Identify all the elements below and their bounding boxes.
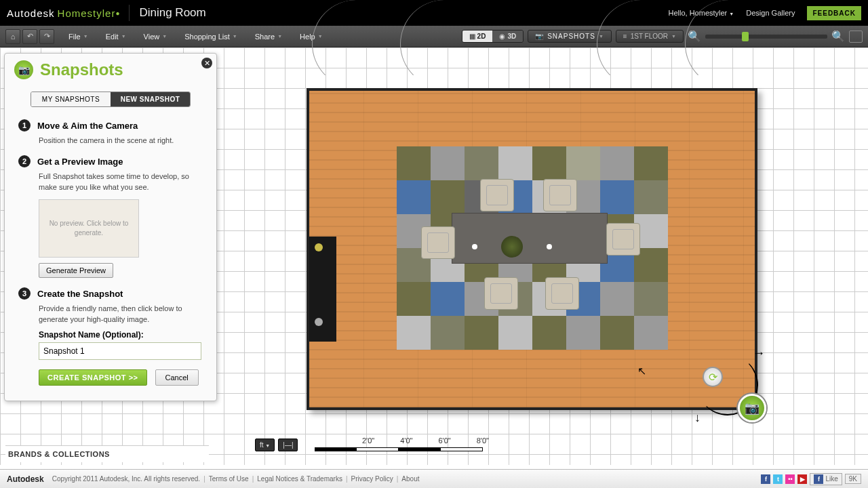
menu-file[interactable]: File ▼ — [63, 33, 94, 41]
candle-icon — [547, 244, 552, 249]
menu-share[interactable]: Share ▼ — [250, 33, 288, 41]
footer-link-about[interactable]: About — [401, 475, 419, 483]
step-desc: Provide a friendly name, then click belo… — [39, 304, 203, 325]
footer-link-privacy[interactable]: Privacy Policy — [351, 475, 393, 483]
menu-shopping-list[interactable]: Shopping List ▼ — [179, 33, 243, 41]
ruler-labels: 2'0"4'0"6'0"8'0" — [362, 436, 489, 445]
view-mode-toggle: ▦ 2D ◉ 3D — [462, 30, 524, 43]
logo-homestyler: Homestyler — [58, 7, 116, 19]
project-name: Dining Room — [139, 6, 205, 20]
step-number: 1 — [18, 119, 31, 131]
preview-box: No preview. Click below to generate. — [39, 199, 139, 258]
camera-rotate-handle[interactable]: ⟳ — [703, 367, 723, 387]
scale-bar: ft ▼ |—| 2'0"4'0"6'0"8'0" — [255, 439, 483, 451]
side-cabinet[interactable] — [309, 237, 336, 342]
footer-link-legal[interactable]: Legal Notices & Trademarks — [257, 475, 342, 483]
logo-dot-icon: ● — [115, 9, 119, 17]
zoom-in-icon[interactable]: 🔍 — [831, 30, 845, 43]
copyright: Copyright 2011 Autodesk, Inc. All rights… — [52, 475, 200, 483]
step-desc: Position the camera in the scene at righ… — [39, 136, 203, 146]
snapshot-name-label: Snapshot Name (Optional): — [39, 330, 203, 340]
step-number: 2 — [18, 155, 31, 167]
chair[interactable] — [421, 226, 455, 259]
step-desc: Full Snapshot takes some time to develop… — [39, 171, 203, 192]
table-decor — [472, 236, 552, 258]
ruler — [315, 447, 483, 451]
zoom-handle[interactable] — [742, 32, 749, 41]
candle-icon — [472, 244, 477, 249]
camera-widget[interactable]: → ↓ ⟳ 📷 — [690, 346, 772, 428]
generate-preview-button[interactable]: Generate Preview — [39, 263, 113, 278]
footer: Autodesk Copyright 2011 Autodesk, Inc. A… — [0, 469, 868, 488]
home-icon[interactable]: ⌂ — [5, 29, 20, 44]
fb-like-button[interactable]: fLike — [810, 473, 842, 485]
measure-button[interactable]: |—| — [278, 439, 298, 451]
snapshots-panel: ✕ 📷 Snapshots MY SNAPSHOTS NEW SNAPSHOT … — [4, 53, 217, 401]
youtube-icon[interactable]: ▶ — [797, 474, 807, 484]
menubar-right: ▦ 2D ◉ 3D 📷 SNAPSHOTS ▼ ≡ 1ST FLOOR ▼ 🔍 … — [462, 30, 863, 43]
footer-link-terms[interactable]: Terms of Use — [209, 475, 249, 483]
chevron-down-icon: ▼ — [671, 34, 676, 39]
redo-icon[interactable]: ↷ — [39, 29, 54, 44]
footer-right: f t •• ▶ fLike 9K — [761, 473, 861, 485]
chair[interactable] — [480, 179, 514, 211]
panel-tabs: MY SNAPSHOTS NEW SNAPSHOT — [31, 92, 191, 107]
chair[interactable] — [545, 277, 579, 310]
camera-icon: 📷 — [14, 60, 33, 79]
panel-title-text: Snapshots — [40, 60, 123, 79]
step-heading: Get a Preview Image — [37, 157, 123, 167]
step-2: 2Get a Preview Image Full Snapshot takes… — [5, 152, 216, 285]
step-3: 3Create the Snapshot Provide a friendly … — [5, 285, 216, 392]
cancel-button[interactable]: Cancel — [155, 369, 199, 386]
logo: Autodesk Homestyler ● — [7, 7, 119, 19]
chair[interactable] — [606, 223, 640, 256]
camera-position-handle[interactable]: 📷 — [738, 394, 766, 422]
snapshot-name-input[interactable] — [39, 342, 201, 360]
divider — [129, 5, 130, 21]
view-3d-button[interactable]: ◉ 3D — [492, 30, 523, 42]
footer-brand: Autodesk — [7, 474, 44, 484]
step-heading: Move & Aim the Camera — [37, 121, 138, 131]
chair[interactable] — [543, 179, 577, 211]
feedback-button[interactable]: FEEDBACK — [807, 6, 861, 20]
tab-new-snapshot[interactable]: NEW SNAPSHOT — [111, 92, 190, 106]
panel-title: 📷 Snapshots — [5, 54, 216, 86]
logo-autodesk: Autodesk — [7, 7, 55, 19]
fullscreen-icon[interactable] — [849, 30, 863, 43]
camera-icon: 📷 — [535, 33, 544, 40]
facebook-icon[interactable]: f — [761, 474, 770, 484]
undo-icon[interactable]: ↶ — [22, 29, 37, 44]
chair[interactable] — [484, 277, 518, 310]
create-snapshot-button[interactable]: CREATE SNAPSHOT >> — [39, 369, 147, 386]
tab-my-snapshots[interactable]: MY SNAPSHOTS — [31, 92, 111, 106]
view-2d-button[interactable]: ▦ 2D — [462, 30, 493, 42]
step-number: 3 — [18, 287, 31, 300]
menu-view[interactable]: View ▼ — [138, 33, 173, 41]
close-icon[interactable]: ✕ — [201, 58, 212, 68]
arrow-down-icon: ↓ — [694, 411, 701, 425]
menu-edit[interactable]: Edit ▼ — [100, 33, 132, 41]
step-1: 1Move & Aim the Camera Position the came… — [5, 117, 216, 152]
centerpiece[interactable] — [501, 236, 523, 258]
arrow-right-icon: → — [753, 346, 765, 361]
step-heading: Create the Snapshot — [37, 289, 123, 299]
unit-button[interactable]: ft ▼ — [255, 439, 275, 451]
brands-collections-bar[interactable]: BRANDS & COLLECTIONS — [5, 445, 209, 462]
flickr-icon[interactable]: •• — [785, 474, 795, 484]
fb-like-count: 9K — [845, 474, 861, 484]
twitter-icon[interactable]: t — [773, 474, 783, 484]
room-floor[interactable]: → ↓ ⟳ 📷 — [307, 88, 757, 410]
